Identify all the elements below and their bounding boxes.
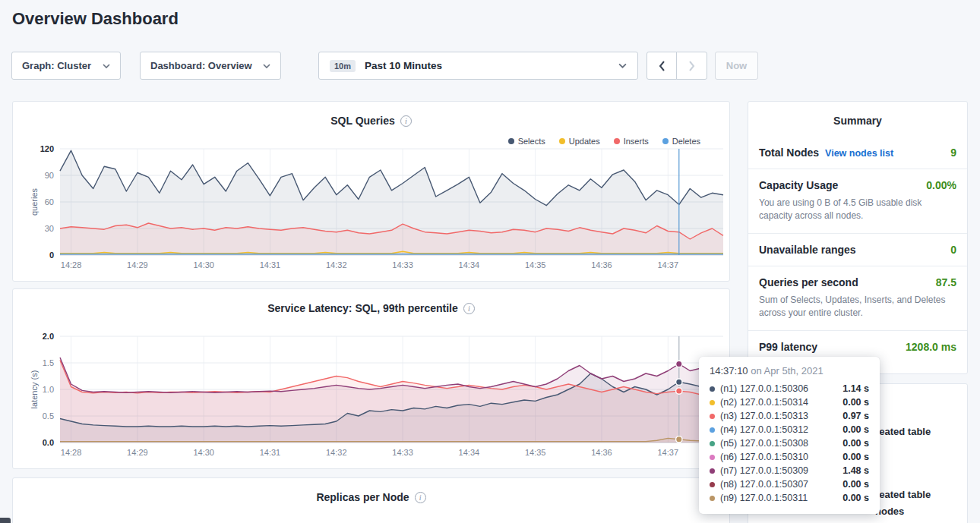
x-axis-tick: 14:33: [392, 448, 413, 457]
tooltip-node-row: (n2) 127.0.0.1:503140.00 s: [710, 395, 869, 409]
tooltip-node-row: (n8) 127.0.0.1:503070.00 s: [710, 477, 869, 491]
node-color-dot: [710, 468, 715, 474]
tooltip-node-row: (n9) 127.0.0.1:503110.00 s: [710, 491, 869, 505]
node-address: (n8) 127.0.0.1:50307: [720, 479, 808, 490]
legend-item[interactable]: Updates: [559, 137, 600, 146]
graph-dropdown-label: Graph: Cluster: [22, 60, 91, 71]
node-latency-value: 0.00 s: [842, 438, 869, 449]
stat-description: You are using 0 B of 4.5 GiB usable disk…: [759, 197, 956, 223]
summary-stat: Unavailable ranges0: [748, 234, 967, 266]
stat-label: Queries per second: [759, 276, 858, 288]
stat-value: 87.5: [936, 276, 956, 288]
summary-title: Summary: [748, 102, 967, 137]
legend-item[interactable]: Inserts: [614, 137, 649, 146]
page-title: Overview Dashboard: [12, 9, 179, 29]
node-address: (n1) 127.0.0.1:50306: [720, 383, 808, 394]
info-icon[interactable]: i: [463, 303, 475, 314]
node-color-dot: [710, 455, 715, 460]
node-latency-value: 1.14 s: [842, 383, 869, 394]
stat-label: Capacity Usage: [759, 179, 838, 191]
x-axis-tick: 14:35: [525, 260, 546, 269]
view-nodes-link[interactable]: View nodes list: [825, 148, 893, 159]
node-address: (n3) 127.0.0.1:50313: [720, 411, 808, 421]
x-axis-tick: 14:28: [61, 260, 82, 269]
tooltip-rows: (n1) 127.0.0.1:503061.14 s(n2) 127.0.0.1…: [710, 382, 869, 505]
node-address: (n9) 127.0.0.1:50311: [720, 493, 808, 503]
svg-text:queries: queries: [30, 187, 39, 216]
stat-label: Unavailable ranges: [759, 244, 856, 256]
node-latency-value: 0.00 s: [842, 479, 869, 490]
node-color-dot: [710, 496, 715, 501]
stat-value: 0: [950, 244, 956, 256]
x-axis-tick: 14:36: [591, 448, 612, 457]
stat-label: P99 latency: [759, 341, 817, 353]
summary-stat: Queries per second87.5Sum of Selects, Up…: [748, 266, 967, 331]
service-latency-chart[interactable]: 0.00.51.01.52.014:2814:2914:3014:3114:32…: [13, 336, 729, 465]
node-latency-value: 1.48 s: [842, 465, 869, 476]
graph-dropdown[interactable]: Graph: Cluster: [11, 52, 121, 80]
x-axis-tick: 14:31: [260, 260, 281, 269]
legend-dot: [614, 138, 620, 144]
time-range-dropdown[interactable]: 10m Past 10 Minutes: [318, 52, 638, 80]
chart-plot-area[interactable]: [60, 149, 725, 257]
x-axis-tick: 14:35: [525, 448, 546, 457]
replicas-per-node-panel: Replicas per Node i: [12, 477, 730, 523]
x-axis-tick: 14:30: [193, 260, 214, 269]
sql-queries-panel: SQL Queries i SelectsUpdatesInsertsDelet…: [12, 101, 730, 282]
chart-hover-tooltip: 14:37:10 on Apr 5th, 2021 (n1) 127.0.0.1…: [699, 357, 880, 514]
tooltip-timestamp: 14:37:10 on Apr 5th, 2021: [710, 365, 869, 376]
chart-title: SQL Queries: [330, 115, 395, 127]
sql-queries-chart[interactable]: 030609012014:2814:2914:3014:3114:3214:33…: [13, 149, 729, 278]
x-axis-tick: 14:32: [326, 448, 347, 457]
y-axis-label: latency (s): [28, 336, 40, 443]
legend-dot: [662, 138, 669, 144]
x-axis-tick: 14:32: [326, 260, 347, 269]
node-latency-value: 0.00 s: [842, 424, 869, 435]
node-color-dot: [710, 441, 715, 446]
chart-header: Replicas per Node i: [13, 478, 729, 503]
chevron-left-icon: [659, 61, 665, 71]
tooltip-node-row: (n3) 127.0.0.1:503130.97 s: [710, 409, 869, 423]
info-icon[interactable]: i: [400, 115, 412, 127]
node-latency-value: 0.00 s: [842, 493, 869, 503]
service-latency-panel: Service Latency: SQL, 99th percentile i …: [12, 288, 730, 469]
tooltip-node-row: (n6) 127.0.0.1:503100.00 s: [710, 450, 869, 464]
legend-label: Selects: [518, 137, 545, 146]
chart-header: Service Latency: SQL, 99th percentile i: [13, 289, 729, 314]
chevron-down-icon: [263, 64, 270, 68]
legend-label: Inserts: [624, 137, 649, 146]
info-icon[interactable]: i: [415, 492, 426, 503]
tooltip-node-row: (n5) 127.0.0.1:503080.00 s: [710, 436, 869, 450]
x-axis-tick: 14:37: [658, 260, 679, 269]
time-next-button[interactable]: [676, 52, 707, 80]
node-color-dot: [710, 427, 715, 433]
now-button[interactable]: Now: [715, 52, 758, 80]
x-axis-tick: 14:36: [591, 260, 612, 269]
chart-title: Replicas per Node: [316, 491, 409, 503]
node-color-dot: [710, 386, 715, 392]
chart-header: SQL Queries i: [13, 102, 729, 127]
tooltip-node-row: (n1) 127.0.0.1:503061.14 s: [710, 382, 869, 395]
dashboard-dropdown[interactable]: Dashboard: Overview: [140, 52, 281, 80]
legend-item[interactable]: Selects: [508, 137, 545, 146]
stat-value: 0.00%: [926, 179, 956, 191]
legend-dot: [508, 138, 514, 144]
x-axis-tick: 14:30: [193, 448, 214, 457]
node-latency-value: 0.97 s: [842, 411, 869, 421]
chevron-down-icon: [103, 64, 110, 68]
summary-stat: Total NodesView nodes list9: [748, 137, 967, 169]
svg-text:latency (s): latency (s): [30, 370, 39, 409]
chart-plot-area[interactable]: [60, 336, 725, 444]
x-axis-tick: 14:33: [392, 260, 413, 269]
dashboard-dropdown-label: Dashboard: Overview: [150, 60, 252, 71]
time-range-badge: 10m: [330, 60, 356, 72]
tooltip-node-row: (n7) 127.0.0.1:503091.48 s: [710, 464, 869, 477]
tooltip-date: on Apr 5th, 2021: [748, 365, 824, 376]
time-prev-button[interactable]: [646, 52, 677, 80]
chart-legend: SelectsUpdatesInsertsDeletes: [508, 137, 700, 146]
stat-value: 9: [950, 147, 956, 159]
summary-panel: Summary Total NodesView nodes list9Capac…: [748, 101, 968, 374]
chevron-down-icon: [618, 63, 627, 68]
legend-item[interactable]: Deletes: [662, 137, 700, 146]
summary-stat: Capacity Usage0.00%You are using 0 B of …: [748, 169, 967, 234]
